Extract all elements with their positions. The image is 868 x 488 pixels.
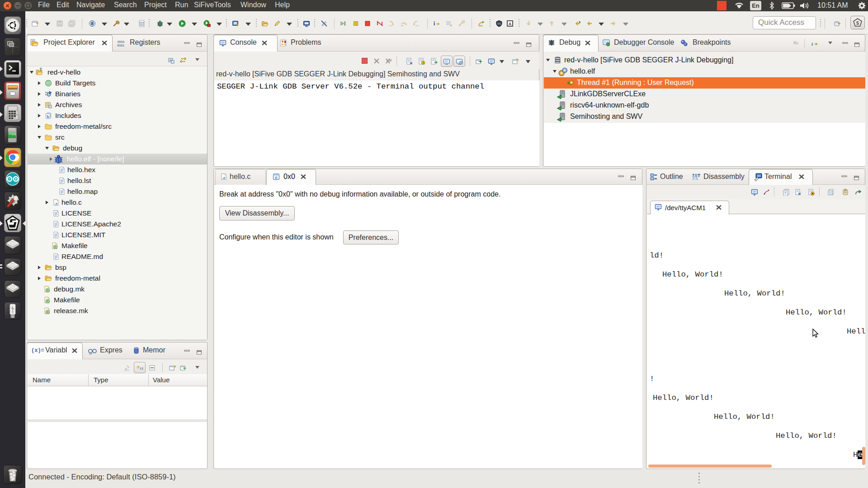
svg-text:5: 5 (856, 21, 859, 26)
svg-text:A: A (509, 22, 512, 26)
svg-text:x=: x= (89, 352, 93, 355)
svg-text:i: i (434, 20, 435, 27)
svg-text:i: i (811, 41, 813, 47)
svg-text:c: c (275, 175, 277, 180)
svg-text:101: 101 (124, 369, 129, 371)
svg-text:C: C (40, 67, 42, 71)
svg-text:0101: 0101 (117, 43, 124, 47)
svg-text:tb: tb (140, 366, 143, 371)
svg-text:101: 101 (140, 23, 145, 27)
